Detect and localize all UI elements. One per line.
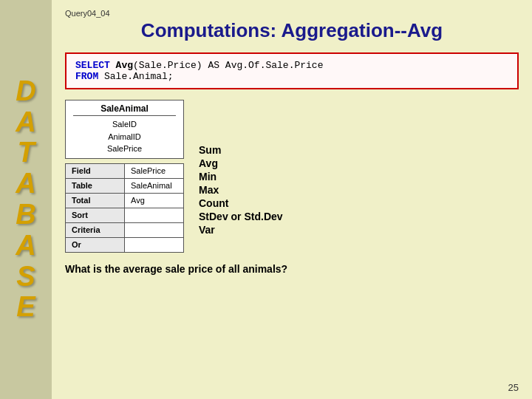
sidebar-letter-e: E: [16, 292, 35, 323]
table-row: Sort: [66, 208, 184, 222]
qbe-sort-label: Sort: [66, 208, 125, 222]
page-number: 25: [508, 382, 519, 393]
content-row: SaleAnimal SaleID AnimalID SalePrice Fie…: [65, 100, 519, 253]
sql-select-keyword: SELECT: [75, 60, 116, 71]
table-row: Or: [66, 237, 184, 252]
page-title: Computations: Aggregation--Avg: [65, 19, 519, 42]
qbe-total-label: Total: [66, 193, 125, 208]
sale-animal-field-animalid: AnimalID: [73, 131, 176, 143]
sale-animal-field-saleid: SaleID: [73, 118, 176, 131]
main-content: Query04_04 Computations: Aggregation--Av…: [52, 0, 532, 399]
sale-animal-box: SaleAnimal SaleID AnimalID SalePrice: [65, 100, 184, 159]
qbe-or-value: [125, 237, 184, 252]
sql-box: SELECT Avg(Sale.Price) AS Avg.Of.Sale.Pr…: [65, 52, 519, 89]
agg-max: Max: [199, 184, 283, 196]
qbe-criteria-value: [125, 222, 184, 237]
sidebar-letter-d: D: [16, 76, 35, 107]
qbe-table-value: SaleAnimal: [125, 178, 184, 193]
sale-animal-field-saleprice: SalePrice: [73, 143, 176, 155]
sql-args: (Sale.Price) AS Avg.Of.Sale.Price: [133, 60, 323, 71]
sql-avg-func: Avg: [116, 60, 133, 71]
agg-count: Count: [199, 197, 283, 209]
sidebar-letter-s: S: [16, 262, 35, 293]
qbe-total-value: Avg: [125, 193, 184, 208]
table-row: Criteria: [66, 222, 184, 237]
sql-table: Sale.Animal;: [98, 71, 173, 82]
sql-from-keyword: FROM: [75, 71, 98, 82]
agg-avg: Avg: [199, 157, 283, 169]
sale-animal-header: SaleAnimal: [73, 103, 176, 116]
qbe-field-label: Field: [66, 163, 125, 178]
sidebar-letter-a1: A: [16, 107, 35, 138]
sidebar-letter-b: B: [16, 200, 35, 231]
agg-var: Var: [199, 224, 283, 236]
sidebar-letter-a2: A: [16, 168, 35, 200]
qbe-grid-table: Field SalePrice Table SaleAnimal Total A…: [65, 163, 184, 253]
bottom-question: What is the average sale price of all an…: [65, 263, 519, 275]
qbe-criteria-label: Criteria: [66, 222, 125, 237]
table-row: Total Avg: [66, 193, 184, 208]
qbe-field-value: SalePrice: [125, 163, 184, 178]
qbe-area: SaleAnimal SaleID AnimalID SalePrice Fie…: [65, 100, 184, 253]
sidebar: D A T A B A S E: [0, 0, 52, 399]
agg-stdev: StDev or Std.Dev: [199, 211, 283, 222]
agg-min: Min: [199, 171, 283, 183]
query-label: Query04_04: [65, 9, 519, 18]
qbe-table-label: Table: [66, 178, 125, 193]
agg-sum: Sum: [199, 144, 283, 156]
aggregation-list: Sum Avg Min Max Count StDev or Std.Dev V…: [199, 100, 283, 236]
qbe-sort-value: [125, 208, 184, 222]
sidebar-letter-t: T: [17, 137, 34, 168]
table-row: Table SaleAnimal: [66, 178, 184, 193]
table-row: Field SalePrice: [66, 163, 184, 178]
sidebar-letter-a3: A: [16, 231, 35, 262]
qbe-or-label: Or: [66, 237, 125, 252]
